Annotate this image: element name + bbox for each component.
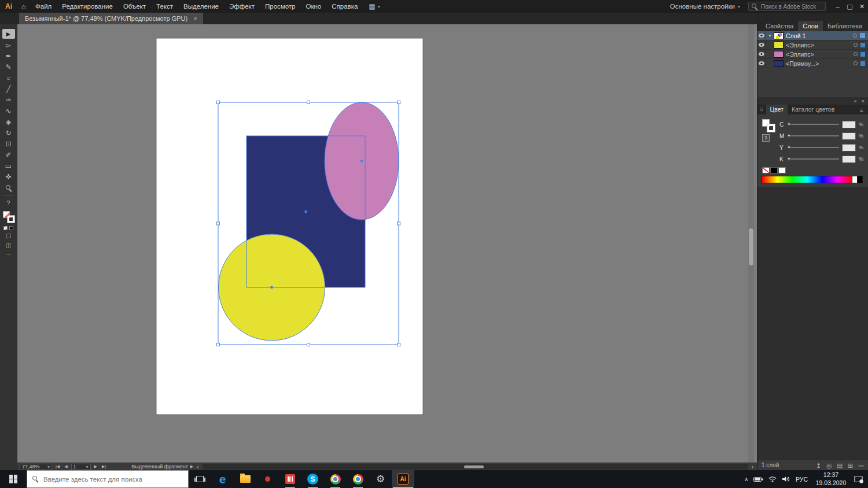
menu-file[interactable]: Файл	[30, 0, 57, 13]
visibility-toggle[interactable]	[757, 31, 766, 40]
visibility-toggle[interactable]	[757, 40, 766, 49]
black-slider[interactable]	[788, 158, 839, 160]
layer-row[interactable]: <Эллипс>	[757, 40, 868, 50]
menu-effect[interactable]: Эффект	[224, 0, 260, 13]
color-panel-menu-icon[interactable]: ≡	[855, 105, 868, 115]
taskbar-skype-icon[interactable]: S	[301, 470, 324, 488]
selection-handle[interactable]	[307, 343, 310, 346]
minimize-button[interactable]: –	[832, 3, 844, 10]
target-icon[interactable]	[853, 34, 857, 38]
delete-layer-icon[interactable]: ▭	[858, 462, 864, 469]
tab-libraries[interactable]: Библиотеки	[823, 21, 867, 31]
restore-button[interactable]: ▢	[844, 3, 856, 10]
hand-tool[interactable]: ✜	[2, 172, 15, 182]
center-point[interactable]	[361, 160, 363, 162]
task-view-button[interactable]	[189, 470, 211, 488]
none-swatch[interactable]	[762, 167, 770, 173]
taskbar-settings-icon[interactable]: ⚙	[369, 470, 392, 488]
document-tab[interactable]: Безымянный-1* @ 77,48% (CMYK/Предпросмот…	[19, 13, 203, 24]
taskbar-search-input[interactable]: Введите здесь текст для поиска	[27, 470, 189, 488]
selection-handle[interactable]	[217, 101, 220, 104]
screen-mode-icon[interactable]: ◫	[2, 241, 15, 249]
line-segment-tool[interactable]: ╱	[2, 84, 15, 94]
selection-indicator[interactable]	[860, 33, 865, 38]
drawing-mode-icon[interactable]: ▢	[2, 231, 15, 239]
menu-view[interactable]: Просмотр	[260, 0, 301, 13]
horizontal-scrollbar[interactable]	[203, 464, 748, 469]
menu-object[interactable]: Объект	[118, 0, 151, 13]
taskbar-chrome-2-icon[interactable]	[347, 470, 369, 488]
arrange-documents-control[interactable]: ▦ ▾	[369, 2, 380, 10]
horizontal-scrollbar-thumb[interactable]	[464, 465, 484, 468]
taskbar-explorer-icon[interactable]	[234, 470, 256, 488]
spectrum-white-swatch[interactable]	[852, 176, 857, 183]
status-menu-icon[interactable]: ▶	[190, 464, 193, 469]
cyan-slider[interactable]	[788, 124, 839, 125]
last-artboard-button[interactable]: ▶|	[101, 464, 107, 469]
canvas-area[interactable]	[17, 24, 757, 463]
rotate-tool[interactable]: ↻	[2, 128, 15, 138]
next-artboard-button[interactable]: ▶	[93, 464, 98, 469]
taskbar-red-circle-app-icon[interactable]	[256, 470, 279, 488]
collect-export-icon[interactable]: ↥	[816, 462, 821, 469]
wifi-icon[interactable]	[768, 476, 777, 482]
taskbar-illustrator-icon[interactable]: Ai	[392, 470, 414, 488]
scroll-right-icon[interactable]: ›	[751, 464, 755, 470]
selection-handle[interactable]	[398, 101, 400, 104]
make-mask-icon[interactable]: ▤	[837, 462, 843, 469]
drag-handle-icon[interactable]: ⠿	[757, 107, 766, 113]
battery-icon[interactable]	[753, 476, 763, 482]
selection-handle[interactable]	[398, 343, 400, 346]
menu-window[interactable]: Окно	[301, 0, 327, 13]
target-icon[interactable]	[854, 43, 858, 47]
layer-name[interactable]: Слой 1	[786, 32, 853, 39]
object-name[interactable]: <Прямоу...>	[786, 60, 854, 67]
black-value-input[interactable]	[842, 156, 856, 163]
eraser-tool[interactable]: ◈	[2, 117, 15, 127]
workspace-switcher[interactable]: Основные настройки ▾	[670, 3, 740, 10]
selection-handle[interactable]	[217, 222, 220, 225]
selection-indicator[interactable]	[860, 43, 865, 47]
cyan-value-input[interactable]	[842, 121, 856, 128]
selection-indicator[interactable]	[860, 52, 865, 57]
black-swatch[interactable]	[770, 167, 778, 173]
target-icon[interactable]	[854, 61, 858, 65]
new-layer-icon[interactable]: ⊞	[848, 462, 853, 469]
tab-close-icon[interactable]: ×	[193, 15, 197, 22]
magenta-value-input[interactable]	[842, 132, 856, 140]
slider-knob[interactable]	[787, 133, 791, 137]
scroll-left-icon[interactable]: ‹	[196, 464, 200, 470]
language-indicator[interactable]: РУС	[796, 476, 808, 483]
stroke-swatch[interactable]	[767, 124, 775, 132]
layer-row[interactable]: <Эллипс>	[757, 50, 868, 59]
vertical-scrollbar-thumb[interactable]	[749, 228, 753, 265]
slider-knob[interactable]	[787, 156, 791, 160]
pen-tool[interactable]: ✒	[2, 51, 15, 61]
taskbar-edge-icon[interactable]: e	[211, 470, 234, 488]
center-point[interactable]	[271, 286, 273, 289]
zoom-tool[interactable]	[2, 183, 15, 193]
first-artboard-button[interactable]: |◀	[54, 464, 61, 469]
fill-stroke-indicator[interactable]	[2, 210, 15, 223]
tab-color[interactable]: Цвет	[766, 105, 788, 114]
menu-edit[interactable]: Редактирование	[57, 0, 118, 13]
default-fill-stroke-icon[interactable]	[3, 226, 13, 230]
slider-knob[interactable]	[787, 121, 791, 125]
locate-object-icon[interactable]: ◎	[826, 462, 832, 469]
object-name[interactable]: <Эллипс>	[786, 51, 854, 58]
yellow-slider[interactable]	[788, 147, 839, 148]
adobe-stock-search-input[interactable]: Поиск в Adobe Stock	[748, 2, 826, 11]
menu-select[interactable]: Выделение	[178, 0, 224, 13]
pencil-tool[interactable]: ∿	[2, 106, 15, 116]
start-button[interactable]	[0, 470, 27, 488]
previous-artboard-button[interactable]: ◀	[63, 464, 68, 469]
home-icon[interactable]: ⌂	[17, 2, 30, 11]
tab-properties[interactable]: Свойства	[761, 21, 798, 31]
selection-handle[interactable]	[398, 222, 400, 225]
layer-row[interactable]: ▾ Слой 1	[757, 31, 868, 40]
artboard-tool[interactable]: ▭	[2, 161, 15, 171]
close-button[interactable]: ✕	[856, 3, 868, 10]
close-panel-icon[interactable]: ×	[862, 98, 865, 104]
selection-handle[interactable]	[307, 101, 310, 104]
yellow-value-input[interactable]	[842, 144, 856, 151]
